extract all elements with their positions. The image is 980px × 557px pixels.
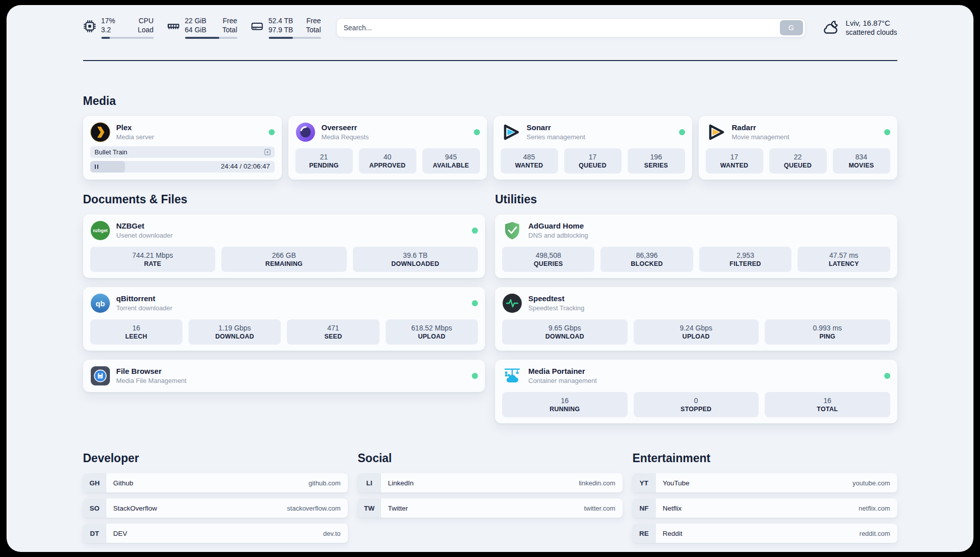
weather-location: Lviv, 16.87°C <box>846 18 897 28</box>
cpu-load-value: 3.2 <box>101 25 111 34</box>
cpu-load-label: Load <box>138 25 153 34</box>
bookmark-abbr: RE <box>633 524 656 543</box>
disk-icon <box>251 20 264 33</box>
bookmark-youtube[interactable]: YT YouTube youtube.com <box>633 473 897 492</box>
bookmark-twitter[interactable]: TW Twitter twitter.com <box>358 498 623 518</box>
svg-text:nzbget: nzbget <box>93 228 107 233</box>
disk-progress-bar <box>269 37 321 39</box>
bookmark-name: Twitter <box>388 505 408 512</box>
disk-total-value: 97.9 TB <box>269 25 293 34</box>
now-playing-bar: Bullet Train <box>90 146 275 158</box>
stat-total: 16TOTAL <box>765 392 890 417</box>
stat-available: 945AVAILABLE <box>422 148 480 174</box>
cpu-progress-fill <box>101 37 110 39</box>
section-title-media: Media <box>83 94 897 108</box>
stat-ping: 0.993 msPING <box>765 319 890 345</box>
section-title-developer: Developer <box>83 452 348 465</box>
portainer-icon <box>502 366 522 386</box>
card-radarr[interactable]: Radarr Movie management 17WANTED 22QUEUE… <box>699 116 897 180</box>
search-engine-button[interactable]: G <box>780 20 803 35</box>
bookmark-url: dev.to <box>323 530 340 537</box>
section-title-social: Social <box>358 452 623 465</box>
app-desc: Media server <box>116 132 154 142</box>
app-name: NZBGet <box>116 221 173 231</box>
search-bar: G <box>336 18 806 37</box>
card-sonarr[interactable]: Sonarr Series management 485WANTED 17QUE… <box>494 116 692 180</box>
status-indicator <box>472 228 478 234</box>
search-input[interactable] <box>344 24 780 32</box>
card-speedtest[interactable]: Speedtest Speedtest Tracking 9.65 GbpsDO… <box>495 287 897 351</box>
bookmark-dev[interactable]: DT DEV dev.to <box>83 524 348 543</box>
app-desc: Series management <box>527 132 585 142</box>
app-desc: Speedtest Tracking <box>528 303 584 313</box>
bookmark-name: Netflix <box>663 505 682 512</box>
adguard-icon <box>502 220 522 241</box>
bookmark-abbr: LI <box>358 473 381 492</box>
bookmark-github[interactable]: GH Github github.com <box>83 473 348 492</box>
app-desc: Container management <box>528 376 597 385</box>
plex-icon <box>90 122 110 142</box>
app-desc: Movie management <box>732 132 789 142</box>
status-indicator <box>474 129 480 135</box>
bookmark-url: github.com <box>309 479 341 487</box>
bookmark-reddit[interactable]: RE Reddit reddit.com <box>633 524 897 543</box>
header-divider <box>83 60 897 61</box>
cpu-icon <box>83 20 96 33</box>
card-nzbget[interactable]: nzbget NZBGet Usenet downloader 744.21 M… <box>83 214 485 278</box>
section-title-utilities: Utilities <box>495 193 897 206</box>
app-desc: Media Requests <box>322 132 369 142</box>
weather-condition: scattered clouds <box>846 28 897 37</box>
ram-free-label: Free <box>223 16 237 25</box>
bookmark-linkedin[interactable]: LI LinkedIn linkedin.com <box>358 473 623 492</box>
bookmark-name: Github <box>113 479 134 487</box>
nzbget-icon: nzbget <box>90 220 110 241</box>
cpu-label: CPU <box>139 16 154 25</box>
weather-widget: Lviv, 16.87°C scattered clouds <box>821 18 897 38</box>
disk-free-label: Free <box>307 16 321 25</box>
card-qbittorrent[interactable]: qb qBittorrent Torrent downloader 16LEEC… <box>83 287 485 351</box>
stat-remaining: 266 GBREMAINING <box>221 247 347 272</box>
top-bar: 17%CPU 3.2Load 22 GiBF <box>83 16 897 39</box>
ram-widget: 22 GiBFree 64 GiBTotal <box>167 16 237 39</box>
ram-free-value: 22 GiB <box>185 16 207 25</box>
bookmark-name: DEV <box>113 530 128 537</box>
stat-filtered: 2,953FILTERED <box>699 247 791 272</box>
bookmark-url: youtube.com <box>852 479 890 487</box>
bookmark-url: linkedin.com <box>579 479 615 487</box>
bookmark-name: Reddit <box>663 530 683 537</box>
playback-time: 24:44 / 02:06:47 <box>221 162 270 170</box>
status-indicator <box>269 129 275 135</box>
stat-queued: 22QUEUED <box>769 148 827 174</box>
status-indicator <box>884 373 890 379</box>
sonarr-icon <box>501 122 521 142</box>
stat-download: 1.19 GbpsDOWNLOAD <box>189 319 281 345</box>
stat-latency: 47.57 msLATENCY <box>798 247 890 272</box>
bookmark-netflix[interactable]: NF Netflix netflix.com <box>633 498 897 518</box>
card-portainer[interactable]: Media Portainer Container management 16R… <box>495 360 897 423</box>
ram-total-value: 64 GiB <box>185 25 207 34</box>
stat-leech: 16LEECH <box>90 319 182 345</box>
pause-icon[interactable] <box>95 164 99 169</box>
card-adguard[interactable]: AdGuard Home DNS and adblocking 498,508Q… <box>495 214 897 278</box>
section-title-documents: Documents & Files <box>83 193 485 206</box>
dashboard-page: 17%CPU 3.2Load 22 GiBF <box>7 5 973 552</box>
bookmark-stackoverflow[interactable]: SO StackOverflow stackoverflow.com <box>83 498 348 518</box>
cloud-moon-icon <box>821 18 841 38</box>
stat-download: 9.65 GbpsDOWNLOAD <box>502 319 628 345</box>
cpu-progress-bar <box>101 37 154 39</box>
card-plex[interactable]: Plex Media server Bullet Train <box>83 116 282 180</box>
bookmark-url: reddit.com <box>860 530 890 537</box>
bookmark-abbr: GH <box>83 473 106 492</box>
card-overseerr[interactable]: Overseerr Media Requests 21PENDING 40APP… <box>288 116 487 180</box>
ram-progress-fill <box>185 37 220 39</box>
bookmark-abbr: NF <box>633 498 656 518</box>
status-indicator <box>472 373 478 379</box>
bookmark-name: StackOverflow <box>113 505 157 512</box>
resource-widgets: 17%CPU 3.2Load 22 GiBF <box>83 16 321 39</box>
bookmark-name: LinkedIn <box>388 479 414 487</box>
ram-icon <box>167 20 180 33</box>
radarr-icon <box>706 122 726 142</box>
card-filebrowser[interactable]: File Browser Media File Management <box>83 360 485 392</box>
status-indicator <box>679 129 685 135</box>
app-name: qBittorrent <box>116 294 172 303</box>
